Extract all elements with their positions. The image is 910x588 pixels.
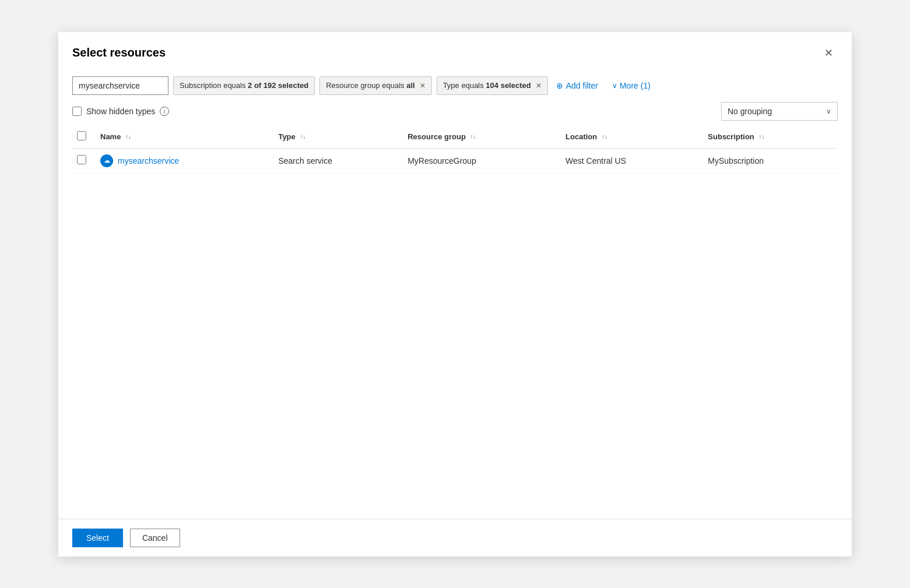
- row-location-cell: West Central US: [561, 148, 703, 173]
- col-header-resource-group[interactable]: Resource group ↑↓: [403, 125, 561, 149]
- row-checkbox-cell: [72, 148, 96, 173]
- dialog-header: Select resources ✕: [58, 32, 852, 72]
- col-header-location[interactable]: Location ↑↓: [561, 125, 703, 149]
- filter-type-close[interactable]: ✕: [536, 82, 542, 90]
- select-all-checkbox[interactable]: [77, 131, 86, 140]
- add-filter-label: Add filter: [566, 81, 598, 90]
- options-bar: Show hidden types i No grouping ∨: [58, 100, 852, 125]
- filter-resource-group-label: Resource group equals all: [326, 81, 415, 90]
- col-header-subscription[interactable]: Subscription ↑↓: [703, 125, 838, 149]
- show-hidden-checkbox[interactable]: [72, 107, 82, 116]
- row-type-cell: Search service: [273, 148, 403, 173]
- row-resource-group-cell: MyResourceGroup: [403, 148, 561, 173]
- grouping-dropdown[interactable]: No grouping ∨: [721, 102, 838, 121]
- filter-subscription-label: Subscription equals 2 of 192 selected: [180, 81, 308, 90]
- row-checkbox[interactable]: [77, 155, 86, 164]
- resources-table-container: Name ↑↓ Type ↑↓ Resource group ↑↓ Locati…: [58, 125, 852, 519]
- filter-pill-resource-group[interactable]: Resource group equals all ✕: [319, 76, 432, 95]
- col-type-sort-icon[interactable]: ↑↓: [300, 134, 305, 140]
- row-name-cell: ☁ mysearchservice: [96, 148, 273, 173]
- more-button[interactable]: ∨ More (1): [609, 76, 654, 95]
- select-button[interactable]: Select: [72, 529, 123, 547]
- dialog-title: Select resources: [72, 46, 166, 59]
- col-resource-group-sort-icon[interactable]: ↑↓: [470, 134, 476, 140]
- grouping-label: No grouping: [728, 107, 772, 116]
- show-hidden-text: Show hidden types: [86, 107, 155, 116]
- info-icon[interactable]: i: [160, 107, 169, 116]
- resource-name-link[interactable]: mysearchservice: [118, 156, 179, 166]
- table-header-row: Name ↑↓ Type ↑↓ Resource group ↑↓ Locati…: [72, 125, 838, 149]
- col-subscription-label: Subscription: [708, 132, 754, 141]
- col-header-type[interactable]: Type ↑↓: [273, 125, 403, 149]
- search-input[interactable]: [72, 76, 168, 95]
- filter-type-label: Type equals 104 selected: [443, 81, 531, 90]
- filter-pill-subscription[interactable]: Subscription equals 2 of 192 selected: [173, 76, 315, 95]
- close-button[interactable]: ✕: [819, 44, 838, 62]
- col-subscription-sort-icon[interactable]: ↑↓: [758, 134, 764, 140]
- row-subscription-cell: MySubscription: [703, 148, 838, 173]
- col-location-sort-icon[interactable]: ↑↓: [602, 134, 607, 140]
- table-row: ☁ mysearchservice Search service MyResou…: [72, 148, 838, 173]
- col-type-label: Type: [278, 132, 295, 141]
- col-resource-group-label: Resource group: [407, 132, 466, 141]
- more-label: More (1): [620, 81, 651, 90]
- cancel-button[interactable]: Cancel: [130, 529, 180, 547]
- select-resources-dialog: Select resources ✕ Subscription equals 2…: [58, 32, 852, 557]
- show-hidden-label[interactable]: Show hidden types i: [72, 107, 169, 116]
- grouping-chevron-icon: ∨: [826, 107, 831, 115]
- col-name-sort-icon[interactable]: ↑↓: [125, 134, 131, 140]
- chevron-down-icon: ∨: [612, 82, 617, 90]
- filter-resource-group-close[interactable]: ✕: [420, 82, 426, 90]
- add-filter-button[interactable]: ⊕ Add filter: [553, 76, 602, 95]
- dialog-footer: Select Cancel: [58, 519, 852, 557]
- table-body: ☁ mysearchservice Search service MyResou…: [72, 148, 838, 173]
- resource-type-icon: ☁: [100, 154, 113, 167]
- col-name-label: Name: [100, 132, 121, 141]
- col-location-label: Location: [565, 132, 597, 141]
- toolbar: Subscription equals 2 of 192 selected Re…: [58, 72, 852, 100]
- resources-table: Name ↑↓ Type ↑↓ Resource group ↑↓ Locati…: [72, 125, 838, 174]
- select-all-header: [72, 125, 96, 149]
- col-header-name[interactable]: Name ↑↓: [96, 125, 273, 149]
- add-filter-icon: ⊕: [556, 81, 563, 90]
- filter-pill-type[interactable]: Type equals 104 selected ✕: [437, 76, 548, 95]
